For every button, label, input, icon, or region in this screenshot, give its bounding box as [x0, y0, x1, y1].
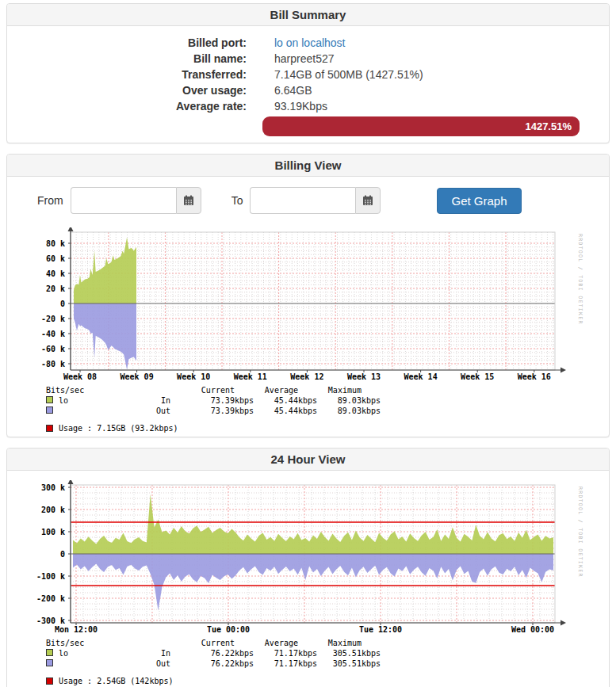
svg-text:-80 k: -80 k — [41, 360, 65, 368]
legend-value: 71.17kbps — [254, 658, 317, 669]
calendar-icon — [362, 195, 373, 206]
usage-text: Usage : 2.54GB (142kbps) — [59, 676, 174, 686]
svg-text:-300 k: -300 k — [36, 616, 65, 625]
svg-text:80 k: 80 k — [46, 239, 65, 248]
billing-view-panel: Billing View From To — [6, 154, 610, 437]
legend-column-header: Average — [254, 385, 317, 395]
svg-text:RRDTOOL / TOBI OETIKER: RRDTOOL / TOBI OETIKER — [577, 487, 583, 578]
series-swatch — [46, 396, 53, 403]
legend-value: 305.51kbps — [317, 658, 381, 669]
svg-text:200 k: 200 k — [41, 506, 65, 514]
legend-series-name: lo — [59, 395, 121, 406]
from-date-input[interactable] — [71, 187, 176, 214]
usage-swatch — [46, 425, 53, 432]
legend-column-header: Current — [170, 385, 254, 395]
legend-value: 89.03kbps — [317, 395, 381, 406]
svg-text:20 k: 20 k — [46, 284, 65, 293]
legend-value: 73.39kbps — [170, 406, 254, 416]
hour-view-panel: 24 Hour View 300 k200 k100 k0-100 k-200 … — [6, 448, 610, 687]
legend-value: 76.22kbps — [170, 658, 254, 669]
svg-text:-20 k: -20 k — [41, 315, 65, 323]
bill-row-value: 93.19Kbps — [247, 98, 597, 114]
hour-graph-legend: Bits/secCurrentAverageMaximumloIn76.22kb… — [46, 638, 609, 686]
bill-row-value: harpreet527 — [247, 51, 597, 67]
from-label: From — [37, 194, 63, 207]
usage-legend-row: Usage : 7.15GB (93.2kbps) — [46, 423, 609, 433]
series-swatch — [46, 406, 53, 414]
legend-column-header: Maximum — [317, 638, 381, 648]
svg-text:Wed 00:00: Wed 00:00 — [511, 625, 554, 634]
billing-week-graph: 80 k60 k40 k20 k0-20 k-40 k-60 k-80 kWee… — [19, 227, 583, 384]
hour-graph: 300 k200 k100 k0-100 k-200 k-300 kMon 12… — [19, 480, 583, 637]
legend-series-dir: Out — [121, 658, 170, 669]
legend-value: 71.17kbps — [254, 648, 317, 658]
svg-text:300 k: 300 k — [41, 483, 65, 492]
usage-text: Usage : 7.15GB (93.2kbps) — [59, 423, 178, 433]
bill-row-label: Over usage: — [19, 82, 247, 98]
legend-header-row: Bits/secCurrentAverageMaximum — [46, 385, 609, 395]
to-date-input[interactable] — [250, 187, 355, 214]
svg-text:Week 12: Week 12 — [290, 372, 323, 381]
svg-text:-200 k: -200 k — [36, 594, 65, 603]
legend-column-header: Maximum — [317, 385, 381, 395]
svg-text:Mon 12:00: Mon 12:00 — [55, 625, 98, 634]
billing-week-chart-block: 80 k60 k40 k20 k0-20 k-40 k-60 k-80 kWee… — [7, 227, 609, 437]
bill-summary-row: Transferred:7.14GB of 500MB (1427.51%) — [19, 67, 597, 82]
series-swatch — [46, 659, 53, 666]
bill-summary-row: Bill name:harpreet527 — [19, 51, 597, 67]
legend-column-header: Average — [254, 638, 317, 648]
to-label: To — [231, 194, 243, 207]
usage-progress-bar: 1427.51% — [262, 116, 580, 136]
legend-unit-label: Bits/sec — [46, 638, 170, 648]
svg-text:RRDTOOL / TOBI OETIKER: RRDTOOL / TOBI OETIKER — [577, 234, 583, 325]
legend-value: 76.22kbps — [170, 648, 254, 658]
svg-text:0: 0 — [60, 550, 65, 559]
get-graph-button[interactable]: Get Graph — [437, 188, 521, 214]
calendar-icon — [183, 195, 194, 206]
legend-series-row: loIn76.22kbps71.17kbps305.51kbps — [46, 648, 609, 658]
legend-series-row: Out73.39kbps45.44kbps89.03kbps — [46, 406, 609, 416]
legend-header-row: Bits/secCurrentAverageMaximum — [46, 638, 609, 648]
svg-text:Week 08: Week 08 — [63, 372, 97, 381]
bill-row-label: Transferred: — [19, 67, 247, 82]
svg-text:Tue 00:00: Tue 00:00 — [207, 625, 250, 634]
svg-text:Week 15: Week 15 — [461, 372, 494, 381]
svg-text:-40 k: -40 k — [41, 330, 65, 338]
bill-row-value: 6.64GB — [247, 82, 597, 98]
svg-text:40 k: 40 k — [46, 269, 65, 278]
from-calendar-button[interactable] — [176, 187, 201, 214]
series-swatch — [46, 649, 53, 656]
svg-text:0: 0 — [60, 300, 65, 308]
billed-port-link[interactable]: lo on localhost — [247, 35, 597, 51]
bill-row-label: Average rate: — [19, 98, 247, 114]
legend-series-row: Out76.22kbps71.17kbps305.51kbps — [46, 658, 609, 669]
legend-series-dir: In — [121, 648, 170, 658]
bill-row-value: 7.14GB of 500MB (1427.51%) — [247, 67, 597, 82]
svg-text:100 k: 100 k — [41, 528, 65, 536]
svg-text:Week 09: Week 09 — [121, 372, 154, 381]
bill-summary-title: Bill Summary — [7, 4, 609, 26]
svg-text:Tue 12:00: Tue 12:00 — [359, 625, 402, 634]
bill-row-label: Bill name: — [19, 51, 247, 67]
svg-text:Week 11: Week 11 — [234, 372, 267, 381]
legend-series-dir: Out — [121, 406, 170, 416]
legend-value: 89.03kbps — [317, 406, 381, 416]
to-calendar-button[interactable] — [355, 187, 381, 214]
bill-row-label: Billed port: — [19, 35, 247, 51]
legend-unit-label: Bits/sec — [46, 385, 170, 395]
bill-summary-row: Billed port:lo on localhost — [19, 35, 597, 51]
svg-text:Week 13: Week 13 — [347, 372, 381, 381]
bill-summary-panel: Bill Summary Billed port:lo on localhost… — [6, 3, 610, 143]
svg-text:-100 k: -100 k — [36, 572, 65, 581]
to-input-group — [250, 187, 381, 214]
from-input-group — [71, 187, 201, 214]
bill-summary-rows: Billed port:lo on localhostBill name:har… — [7, 26, 609, 114]
billing-week-legend: Bits/secCurrentAverageMaximumloIn73.39kb… — [46, 385, 609, 433]
legend-series-row: loIn73.39kbps45.44kbps89.03kbps — [46, 395, 609, 406]
legend-value: 305.51kbps — [317, 648, 381, 658]
svg-text:60 k: 60 k — [46, 254, 65, 263]
date-range-form: From To — [7, 177, 609, 227]
legend-series-name: lo — [59, 648, 121, 658]
bill-summary-row: Over usage:6.64GB — [19, 82, 597, 98]
billing-view-title: Billing View — [7, 155, 609, 177]
